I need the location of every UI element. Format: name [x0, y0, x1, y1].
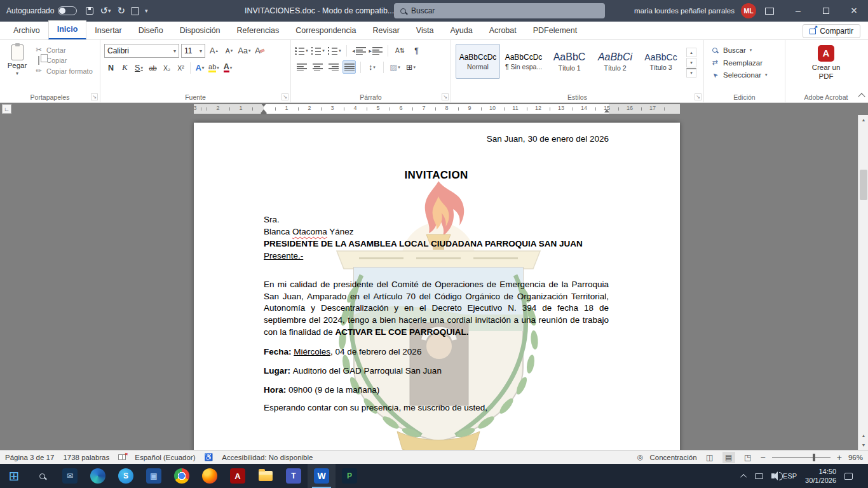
style-t-tulo-3[interactable]: AaBbCcTítulo 3 — [639, 44, 683, 79]
clear-formatting-button[interactable]: A — [253, 44, 266, 58]
styles-scroll-up-icon[interactable]: ▴ — [686, 48, 696, 57]
taskbar-file-explorer[interactable] — [252, 464, 280, 488]
align-center-button[interactable] — [311, 60, 324, 74]
tab-referencias[interactable]: Referencias — [229, 22, 288, 39]
scroll-down-icon[interactable]: ▼ — [858, 440, 868, 450]
web-layout-button[interactable]: ◳ — [742, 452, 754, 463]
tab-disposición[interactable]: Disposición — [172, 22, 229, 39]
zoom-level[interactable]: 96% — [848, 454, 863, 461]
borders-button[interactable]: ⊞▾ — [404, 60, 417, 74]
style-t-tulo-2[interactable]: AaBbCiTítulo 2 — [593, 44, 637, 79]
document-title[interactable]: INVITACIONES.doc - Modo de compatib... ▾ — [245, 6, 401, 15]
taskbar-word[interactable]: W — [308, 464, 336, 488]
tab-selector[interactable]: ∟ — [2, 104, 11, 114]
document-page[interactable]: San Juan, 30 de enero del 2026 INVITACIO… — [194, 123, 680, 450]
style--sin-espa-[interactable]: AaBbCcDc¶ Sin espa... — [501, 44, 546, 79]
line-spacing-button[interactable]: ↕▾ — [365, 60, 379, 74]
taskbar-edge[interactable] — [84, 464, 112, 488]
dialog-launcher-icon[interactable]: ↘ — [281, 93, 288, 100]
share-button[interactable]: Compartir — [803, 24, 860, 38]
grow-font-button[interactable]: A▴ — [207, 44, 220, 58]
autosave-control[interactable]: Autoguardado — [6, 6, 77, 15]
tab-revisar[interactable]: Revisar — [364, 22, 407, 39]
tab-pdfelement[interactable]: PDFelement — [525, 22, 585, 39]
clock[interactable]: 14:50 30/1/2026 — [805, 467, 836, 485]
zoom-slider-thumb[interactable] — [813, 454, 815, 461]
minimize-button[interactable]: – — [784, 0, 812, 22]
accessibility-status[interactable]: Accesibilidad: No disponible — [222, 454, 313, 461]
scrollbar-thumb[interactable] — [860, 170, 867, 200]
tab-diseño[interactable]: Diseño — [130, 22, 172, 39]
previous-page-button[interactable]: ▲ — [858, 431, 868, 440]
autosave-toggle[interactable] — [58, 6, 77, 15]
taskbar-photos[interactable]: ▣ — [140, 464, 168, 488]
replace-button[interactable]: ⇄Reemplazar — [710, 58, 778, 67]
taskbar-chrome[interactable] — [168, 464, 196, 488]
strikethrough-button[interactable]: ab — [146, 61, 159, 74]
dialog-launcher-icon[interactable]: ↘ — [442, 93, 449, 100]
dialog-launcher-icon[interactable]: ↘ — [695, 93, 702, 100]
tab-archivo[interactable]: Archivo — [5, 22, 48, 39]
tab-insertar[interactable]: Insertar — [86, 22, 130, 39]
numbering-button[interactable]: ▾ — [311, 44, 325, 57]
hidden-icons-chevron[interactable] — [740, 473, 747, 480]
zoom-out-button[interactable]: − — [761, 452, 766, 463]
font-color-button[interactable]: A▾ — [221, 61, 234, 74]
avatar[interactable]: ML — [741, 3, 756, 18]
read-mode-button[interactable]: ◫ — [703, 452, 716, 463]
taskbar-start[interactable]: ⊞ — [0, 464, 28, 488]
taskbar-acrobat[interactable]: A — [224, 464, 252, 488]
tab-inicio[interactable]: Inicio — [48, 20, 87, 39]
style-t-tulo-1[interactable]: AaBbCTítulo 1 — [547, 44, 592, 79]
save-button[interactable] — [86, 7, 93, 15]
cut-button[interactable]: ✂Cortar — [34, 46, 93, 54]
search-box[interactable]: Buscar — [394, 3, 605, 18]
close-button[interactable]: × — [840, 0, 868, 22]
left-indent-marker[interactable] — [261, 112, 267, 114]
taskbar-firefox[interactable] — [196, 464, 224, 488]
zoom-in-button[interactable]: + — [837, 452, 842, 463]
proofing-icon[interactable] — [118, 454, 126, 460]
taskbar-pdfelement[interactable]: P — [336, 464, 363, 488]
select-button[interactable]: ➤Seleccionar▾ — [710, 71, 778, 79]
font-size-combo[interactable]: 11▾ — [181, 44, 205, 58]
tab-correspondencia[interactable]: Correspondencia — [287, 22, 364, 39]
superscript-button[interactable]: X² — [174, 61, 187, 74]
text-effects-button[interactable]: A▾ — [193, 61, 207, 74]
font-family-combo[interactable]: Calibri▾ — [104, 44, 179, 58]
align-right-button[interactable] — [327, 60, 340, 74]
zoom-slider[interactable] — [772, 457, 831, 458]
shrink-font-button[interactable]: A▾ — [222, 44, 236, 58]
underline-button[interactable]: S▾ — [132, 61, 146, 74]
keyboard-language[interactable]: ESP — [783, 472, 797, 480]
copy-button[interactable]: Copiar — [34, 57, 93, 64]
multilevel-list-button[interactable]: ▾ — [328, 44, 341, 57]
tab-acrobat[interactable]: Acrobat — [481, 22, 525, 39]
dialog-launcher-icon[interactable]: ↘ — [91, 93, 98, 100]
style-normal[interactable]: AaBbCcDcNormal — [456, 44, 500, 79]
ruler-strip[interactable]: 3211234567891011121314151617 — [194, 104, 680, 114]
justify-button[interactable] — [342, 60, 356, 74]
sort-button[interactable]: A⇅ — [393, 44, 407, 57]
hanging-indent-marker[interactable] — [261, 107, 266, 112]
print-preview-button[interactable] — [132, 7, 139, 15]
taskbar-search[interactable] — [28, 464, 56, 488]
find-button[interactable]: Buscar▾ — [710, 46, 778, 54]
bullets-button[interactable]: ▾ — [295, 44, 308, 57]
volume-tray-icon[interactable] — [771, 473, 775, 478]
action-center-icon[interactable] — [844, 473, 853, 480]
maximize-button[interactable] — [812, 0, 840, 22]
display-tray-icon[interactable] — [755, 473, 763, 479]
word-count[interactable]: 1738 palabras — [63, 454, 109, 461]
decrease-indent-button[interactable]: ◂ — [352, 44, 366, 57]
redo-button[interactable]: ↻ — [118, 5, 126, 17]
italic-button[interactable]: K — [118, 61, 132, 74]
tab-ayuda[interactable]: Ayuda — [442, 22, 480, 39]
scroll-up-icon[interactable]: ▲ — [858, 115, 868, 125]
increase-indent-button[interactable]: ▸ — [369, 44, 383, 57]
highlight-button[interactable]: ab▾ — [207, 61, 220, 74]
taskbar-teams[interactable]: T — [280, 464, 308, 488]
vertical-scrollbar[interactable]: ▲ ▲ ▼ — [858, 115, 868, 450]
bold-button[interactable]: N — [104, 61, 118, 74]
subscript-button[interactable]: X₂ — [160, 61, 173, 74]
